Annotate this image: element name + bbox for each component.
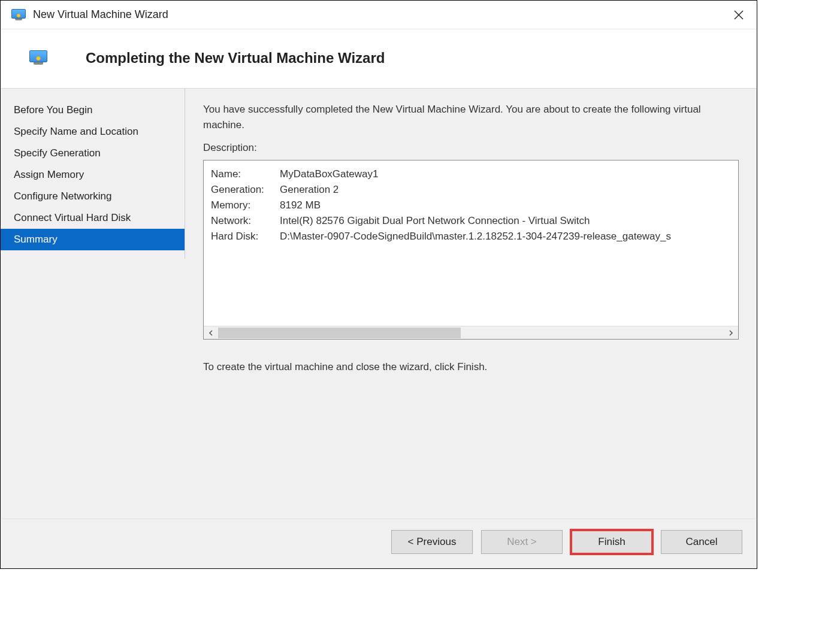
summary-row: Hard Disk: D:\Master-0907-CodeSignedBuil…	[211, 229, 731, 244]
summary-value: 8192 MB	[280, 199, 321, 211]
summary-row: Memory: 8192 MB	[211, 198, 731, 213]
summary-key: Generation:	[211, 184, 280, 196]
header: Completing the New Virtual Machine Wizar…	[1, 29, 757, 89]
previous-button[interactable]: < Previous	[391, 530, 473, 554]
close-button[interactable]	[727, 3, 751, 27]
step-specify-name-location[interactable]: Specify Name and Location	[1, 121, 185, 143]
cancel-button[interactable]: Cancel	[661, 530, 742, 554]
vm-icon	[29, 50, 47, 66]
wizard-steps: Before You Begin Specify Name and Locati…	[1, 89, 185, 259]
app-icon	[11, 9, 26, 21]
summary-key: Memory:	[211, 199, 280, 211]
summary-key: Hard Disk:	[211, 231, 280, 243]
next-button: Next >	[481, 530, 563, 554]
page-title: Completing the New Virtual Machine Wizar…	[86, 50, 385, 66]
summary-box: Name: MyDataBoxGateway1 Generation: Gene…	[203, 160, 739, 340]
step-configure-networking[interactable]: Configure Networking	[1, 186, 185, 207]
footer: < Previous Next > Finish Cancel	[1, 519, 757, 568]
titlebar: New Virtual Machine Wizard	[1, 1, 757, 29]
summary-rows: Name: MyDataBoxGateway1 Generation: Gene…	[204, 160, 738, 326]
window-title: New Virtual Machine Wizard	[33, 8, 727, 21]
step-before-you-begin[interactable]: Before You Begin	[1, 99, 185, 121]
summary-value: MyDataBoxGateway1	[280, 168, 378, 180]
summary-key: Network:	[211, 215, 280, 227]
step-specify-generation[interactable]: Specify Generation	[1, 143, 185, 164]
horizontal-scrollbar[interactable]	[204, 326, 738, 339]
scroll-left-icon[interactable]	[204, 326, 218, 340]
scroll-right-icon[interactable]	[724, 326, 738, 340]
summary-row: Network: Intel(R) 82576 Gigabit Dual Por…	[211, 213, 731, 229]
summary-row: Generation: Generation 2	[211, 182, 731, 198]
close-icon	[734, 10, 744, 20]
scrollbar-thumb[interactable]	[218, 328, 461, 338]
closing-text: To create the virtual machine and close …	[203, 361, 739, 373]
summary-value: Generation 2	[280, 184, 339, 196]
body: Before You Begin Specify Name and Locati…	[1, 89, 757, 519]
summary-value: D:\Master-0907-CodeSignedBuild\master.1.…	[280, 231, 671, 243]
step-summary[interactable]: Summary	[1, 229, 185, 250]
description-label: Description:	[203, 142, 739, 154]
content-pane: You have successfully completed the New …	[185, 89, 757, 519]
intro-text: You have successfully completed the New …	[203, 102, 739, 132]
step-connect-vhd[interactable]: Connect Virtual Hard Disk	[1, 207, 185, 229]
scrollbar-track[interactable]	[218, 326, 724, 339]
summary-key: Name:	[211, 168, 280, 180]
finish-button[interactable]: Finish	[571, 530, 652, 554]
summary-value: Intel(R) 82576 Gigabit Dual Port Network…	[280, 215, 590, 227]
summary-row: Name: MyDataBoxGateway1	[211, 166, 731, 182]
step-assign-memory[interactable]: Assign Memory	[1, 164, 185, 186]
